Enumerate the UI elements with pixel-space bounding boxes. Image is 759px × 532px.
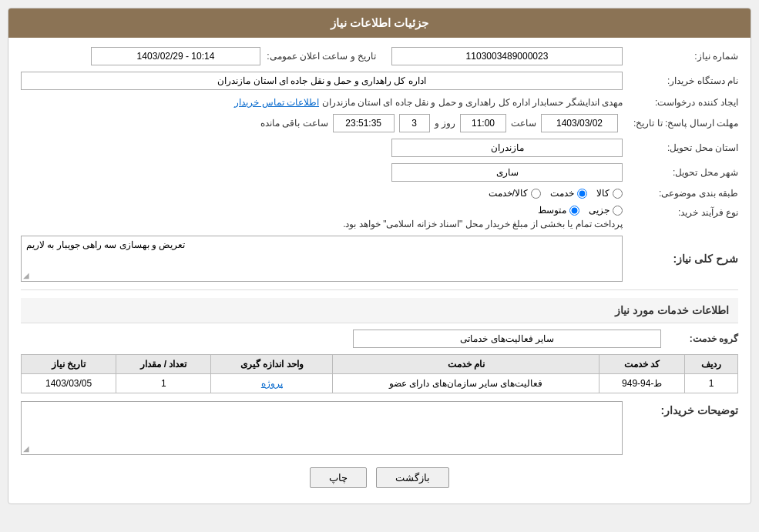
process-radio-jozi[interactable]: جزیی <box>589 205 623 216</box>
col-date: تاریخ نیاز <box>22 355 116 374</box>
deadline-remaining: 23:51:35 <box>333 114 395 132</box>
category-kala-label: کالا <box>596 188 610 199</box>
process-radio-group: جزیی متوسط <box>21 205 623 216</box>
need-number-label: شماره نیاز: <box>623 51 738 62</box>
deadline-remaining-label: ساعت باقی مانده <box>260 118 328 129</box>
card-header: جزئیات اطلاعات نیاز <box>8 8 751 38</box>
col-unit: واحد اندازه گیری <box>211 355 333 374</box>
category-radio-group: کالا خدمت کالا/خدمت <box>489 188 623 199</box>
buyer-notes-box: ◢ <box>21 401 623 455</box>
cell-row: 1 <box>685 374 738 393</box>
process-motavasset-label: متوسط <box>538 205 566 216</box>
deadline-time-label: ساعت <box>511 118 536 129</box>
main-card: جزئیات اطلاعات نیاز شماره نیاز: 11030034… <box>8 8 751 504</box>
page-wrapper: جزئیات اطلاعات نیاز شماره نیاز: 11030034… <box>0 0 759 532</box>
province-row: استان محل تحویل: مازندران <box>21 139 738 157</box>
process-label: نوع فرآیند خرید: <box>623 205 738 218</box>
need-number-row: شماره نیاز: 1103003489000023 تاریخ و ساع… <box>21 47 738 65</box>
category-radio-khedmat-input[interactable] <box>577 189 587 199</box>
card-body: شماره نیاز: 1103003489000023 تاریخ و ساع… <box>8 38 751 504</box>
cell-qty: 1 <box>116 374 211 393</box>
process-content: جزیی متوسط پرداخت تمام یا بخشی از مبلغ خ… <box>21 205 623 229</box>
province-value: مازندران <box>391 139 623 157</box>
deadline-date: 1403/03/02 <box>541 114 618 132</box>
buyer-org-value: اداره کل راهداری و حمل و نقل جاده ای است… <box>21 72 623 90</box>
col-row: ردیف <box>685 355 738 374</box>
services-table: ردیف کد خدمت نام خدمت واحد اندازه گیری ت… <box>21 354 738 393</box>
deadline-label: مهلت ارسال پاسخ: تا تاریخ: <box>623 118 738 129</box>
cell-code: ط-94-949 <box>599 374 685 393</box>
category-kala-khedmat-label: کالا/خدمت <box>489 188 528 199</box>
need-number-value: 1103003489000023 <box>391 47 623 65</box>
col-qty: تعداد / مقدار <box>116 355 211 374</box>
creator-row: ایجاد کننده درخواست: مهدی اندایشگر حسابد… <box>21 96 738 108</box>
cell-unit[interactable]: پروژه <box>211 374 333 393</box>
table-row: 1 ط-94-949 فعالیت‌های سایر سازمان‌های دا… <box>22 374 738 393</box>
deadline-row: مهلت ارسال پاسخ: تا تاریخ: 1403/03/02 سا… <box>21 114 738 132</box>
process-radio-jozi-input[interactable] <box>613 206 623 216</box>
announcement-value: 1403/02/29 - 10:14 <box>91 47 260 65</box>
resize-handle-desc: ◢ <box>23 271 29 279</box>
category-label: طبقه بندی موضوعی: <box>623 188 738 199</box>
category-radio-kala-khedmat[interactable]: کالا/خدمت <box>489 188 541 199</box>
creator-contact-link[interactable]: اطلاعات تماس خریدار <box>234 97 319 108</box>
category-khedmat-label: خدمت <box>550 188 574 199</box>
group-service-row: گروه خدمت: سایر فعالیت‌های خدماتی <box>21 330 738 348</box>
resize-handle-notes: ◢ <box>23 444 29 453</box>
page-title: جزئیات اطلاعات نیاز <box>331 16 428 29</box>
creator-label: ایجاد کننده درخواست: <box>623 97 738 108</box>
process-jozi-label: جزیی <box>589 205 610 216</box>
process-radio-motavasset[interactable]: متوسط <box>538 205 579 216</box>
category-row: طبقه بندی موضوعی: کالا خدمت کالا/خدمت <box>21 188 738 199</box>
need-desc-row: شرح کلی نیاز: تعریض و بهسازی سه راهی جوی… <box>21 236 738 282</box>
back-button[interactable]: بازگشت <box>376 467 449 488</box>
city-value: ساری <box>391 163 623 182</box>
group-service-value: سایر فعالیت‌های خدماتی <box>353 330 661 348</box>
city-label: شهر محل تحویل: <box>623 167 738 178</box>
table-body: 1 ط-94-949 فعالیت‌های سایر سازمان‌های دا… <box>22 374 738 393</box>
buyer-notes-row: توضیحات خریدار: ◢ <box>21 401 738 455</box>
buyer-org-row: نام دستگاه خریدار: اداره کل راهداری و حم… <box>21 72 738 90</box>
category-radio-khedmat[interactable]: خدمت <box>550 188 587 199</box>
category-radio-kala[interactable]: کالا <box>596 188 623 199</box>
announcement-label: تاریخ و ساعت اعلان عمومی: <box>260 51 376 62</box>
group-service-label: گروه خدمت: <box>661 333 738 344</box>
cell-name: فعالیت‌های سایر سازمان‌های دارای عضو <box>333 374 599 393</box>
process-note: پرداخت تمام یا بخشی از مبلغ خریدار محل "… <box>21 219 623 229</box>
cell-date: 1403/03/05 <box>22 374 116 393</box>
deadline-time: 11:00 <box>460 114 506 132</box>
services-divider <box>21 289 738 290</box>
buyer-org-label: نام دستگاه خریدار: <box>623 75 738 86</box>
action-buttons: بازگشت چاپ <box>21 467 738 488</box>
city-row: شهر محل تحویل: ساری <box>21 163 738 182</box>
deadline-days-label: روز و <box>435 118 455 129</box>
process-row: نوع فرآیند خرید: جزیی متوسط پرداخت تمام … <box>21 205 738 229</box>
print-button[interactable]: چاپ <box>310 467 367 488</box>
need-desc-text: تعریض و بهسازی سه راهی جویبار به لاریم <box>26 239 185 250</box>
category-radio-kala-khedmat-input[interactable] <box>531 189 541 199</box>
province-label: استان محل تحویل: <box>623 142 738 153</box>
table-header: ردیف کد خدمت نام خدمت واحد اندازه گیری ت… <box>22 355 738 374</box>
col-code: کد خدمت <box>599 355 685 374</box>
creator-name: مهدی اندایشگر حسابدار اداره کل راهداری و… <box>322 97 623 108</box>
col-name: نام خدمت <box>333 355 599 374</box>
need-desc-label: شرح کلی نیاز: <box>623 253 738 265</box>
process-radio-motavasset-input[interactable] <box>569 206 579 216</box>
category-radio-kala-input[interactable] <box>613 189 623 199</box>
need-desc-box: تعریض و بهسازی سه راهی جویبار به لاریم ◢ <box>21 236 623 282</box>
buyer-notes-label: توضیحات خریدار: <box>623 401 738 417</box>
services-section-title: اطلاعات خدمات مورد نیاز <box>21 298 738 323</box>
deadline-days: 3 <box>399 114 430 132</box>
